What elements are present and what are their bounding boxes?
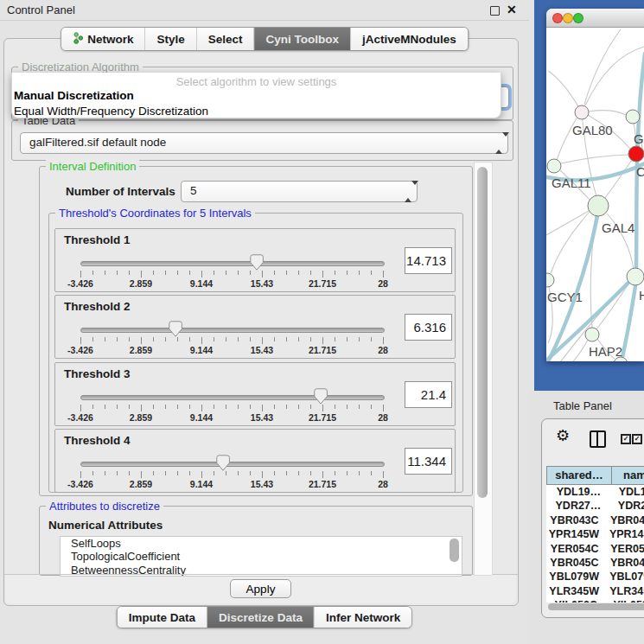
slider-tick (117, 337, 118, 341)
tab-style[interactable]: Style (145, 28, 196, 50)
network-node-c[interactable] (628, 146, 644, 162)
checkbox-icon[interactable]: ✓ (632, 434, 642, 444)
threshold-value-field[interactable]: 6.316 (405, 314, 452, 341)
minimize-traffic-light-icon[interactable] (563, 13, 573, 23)
column-layout-icon[interactable] (590, 430, 606, 448)
number-of-intervals-combobox[interactable]: 5 (181, 181, 418, 202)
table-row[interactable]: YBL079WYBL079W (546, 570, 644, 583)
table-row[interactable]: YLR345WYLR345W (546, 584, 644, 598)
network-node-gal80[interactable] (575, 105, 589, 119)
zoom-traffic-light-icon[interactable] (573, 13, 583, 23)
node-label-gal80: GAL80 (572, 123, 613, 137)
numerical-attributes-list[interactable]: SelfLoopsTopologicalCoefficientBetweenne… (60, 536, 462, 577)
tab-select[interactable]: Select (197, 28, 255, 50)
slider-tick (201, 271, 202, 277)
slider-tick (141, 271, 142, 277)
tab-cyni-toolbox[interactable]: Cyni Toolbox (255, 28, 352, 50)
slider-tick (201, 405, 202, 411)
slider-tick-label: 28 (378, 479, 388, 489)
threshold-box: Threshold 4-3.4262.8599.14415.4321.71528… (54, 429, 456, 493)
slider-handle[interactable] (216, 455, 230, 475)
table-hscrollbar-thumb[interactable] (548, 603, 644, 610)
slider-tick-label: 9.144 (190, 412, 213, 423)
table-row[interactable]: YDR27…YDR27 (546, 499, 644, 513)
attribute-item-selfloops[interactable]: SelfLoops (61, 537, 462, 550)
slider-track[interactable] (80, 462, 385, 467)
slider-tick (117, 271, 118, 275)
table-data-combobox[interactable]: galFiltered.sif default node (20, 132, 508, 154)
network-canvas[interactable]: GAL80GACGAL11GAL4GCY1HHAP2 (546, 28, 644, 361)
tab-label: Cyni Toolbox (266, 33, 340, 46)
app-root: Control Panel ✕ NetworkStyleSelectCyni T… (0, 0, 644, 644)
number-of-intervals-value: 5 (190, 184, 197, 197)
apply-button[interactable]: Apply (230, 579, 291, 598)
slider-tick-label: 21.715 (309, 412, 336, 423)
slider-handle[interactable] (314, 388, 328, 408)
table-cell: YBR043C (546, 513, 603, 527)
threshold-value-field[interactable]: 11.344 (405, 448, 452, 475)
panel-scrollbar-track[interactable] (474, 162, 493, 576)
dropdown-option-manual-discretization[interactable]: Manual Discretization (12, 88, 501, 104)
slider-track[interactable] (80, 261, 385, 266)
network-node-gal11[interactable] (547, 159, 561, 173)
threshold-box: Threshold 3-3.4262.8599.14415.4321.71528… (54, 362, 456, 426)
checkbox-icon[interactable]: ✓ (621, 434, 631, 444)
column-header-shared-name[interactable]: shared… (546, 466, 612, 485)
table-row[interactable]: YPR145WYPR145W (546, 527, 644, 541)
close-traffic-light-icon[interactable] (552, 13, 563, 23)
network-node-gcy1[interactable] (546, 273, 554, 287)
slider-tick (165, 405, 166, 409)
float-icon[interactable] (490, 6, 500, 16)
dropdown-option-equal-width-frequency-discretization[interactable]: Equal Width/Frequency Discretization (12, 104, 501, 119)
slider-tick (105, 337, 105, 341)
tab-infer-network[interactable]: Infer Network (315, 607, 411, 628)
slider-handle[interactable] (169, 321, 182, 341)
slider-tick (214, 337, 214, 341)
tab-jactivemnodules[interactable]: jActiveMNodules (351, 28, 468, 50)
threshold-value-field[interactable]: 21.4 (405, 381, 452, 408)
slider-tick (129, 405, 130, 409)
table-panel: Table Panel ⚙ ✓ ✓ shared… name YDL19…YDL… (529, 391, 644, 644)
slider-tick (153, 405, 154, 409)
slider-tick (310, 337, 311, 341)
slider-tick (214, 405, 214, 409)
slider-handle[interactable] (250, 254, 264, 274)
network-node-hap2[interactable] (585, 328, 599, 341)
network-edges (546, 28, 644, 361)
slider-tick (347, 337, 348, 341)
threshold-label: Threshold 2 (64, 300, 131, 313)
threshold-value-field[interactable]: 14.713 (405, 247, 452, 274)
table-row[interactable]: YBR043CYBR043C (546, 513, 644, 527)
list-scrollbar-thumb[interactable] (450, 539, 459, 562)
gear-icon[interactable]: ⚙ (556, 428, 570, 443)
slider-tick-label: 9.144 (190, 278, 213, 289)
slider-tick (262, 337, 263, 344)
network-node-ga[interactable] (626, 110, 640, 124)
slider-tick (226, 405, 226, 409)
table-row[interactable]: YER054CYER054C (546, 542, 644, 556)
table-cell: YBL079W (602, 570, 644, 583)
slider-tick (298, 337, 299, 341)
slider-tick (250, 405, 251, 409)
slider-tick (383, 405, 384, 411)
slider-tick (105, 271, 105, 275)
tab-discretize-data[interactable]: Discretize Data (207, 607, 315, 628)
slider-track[interactable] (80, 395, 385, 400)
network-node-gal4[interactable] (588, 195, 609, 216)
network-window-titlebar[interactable] (546, 9, 644, 28)
column-header-name[interactable]: name (611, 466, 644, 485)
divider (4, 574, 518, 575)
panel-scrollbar-thumb[interactable] (477, 167, 488, 498)
slider-tick (201, 471, 202, 478)
slider-tick (335, 471, 335, 475)
slider-tick (383, 337, 384, 344)
network-node-h[interactable] (627, 268, 644, 285)
table-row[interactable]: YDL19…YDL19 (546, 485, 644, 499)
close-icon[interactable]: ✕ (507, 3, 517, 16)
attribute-item-topologicalcoefficient[interactable]: TopologicalCoefficient (61, 550, 462, 563)
table-row[interactable]: YBR045CYBR045C (546, 556, 644, 570)
tab-network[interactable]: Network (61, 28, 145, 50)
slider-track[interactable] (80, 328, 385, 333)
tab-impute-data[interactable]: Impute Data (118, 607, 207, 628)
bottom-tab-bar: Impute DataDiscretize DataInfer Network (117, 606, 412, 628)
